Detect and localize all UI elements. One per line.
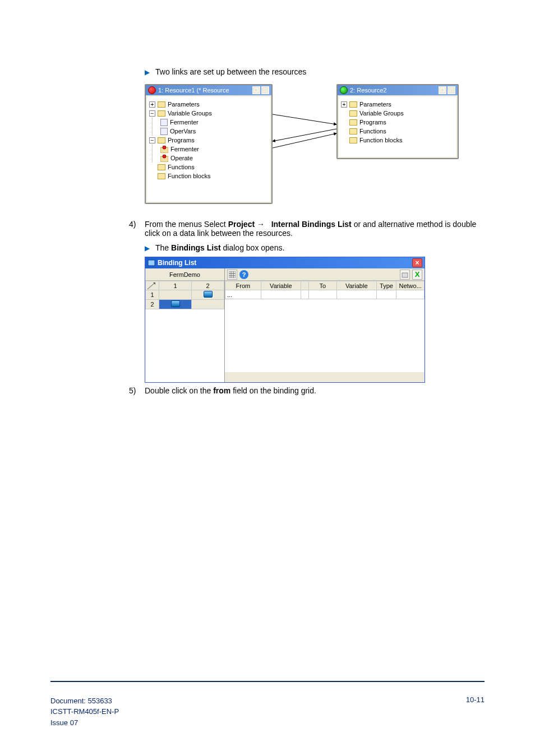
tree-node[interactable]: − Programs (149, 136, 268, 145)
svg-rect-15 (402, 273, 408, 277)
tree-node[interactable]: Programs (341, 118, 454, 127)
variable-to-field[interactable] (336, 290, 376, 299)
network-field[interactable] (396, 290, 425, 299)
tree-node[interactable]: + Parameters (149, 100, 268, 109)
content-column: ▶ Two links are set up between the resou… (129, 67, 477, 395)
grid-cell[interactable] (159, 290, 192, 300)
text-fragment: field on the binding grid. (230, 386, 316, 395)
tree-node[interactable]: Operate (160, 154, 268, 163)
svg-rect-7 (148, 260, 155, 266)
maximize-button[interactable]: □ (261, 86, 269, 94)
node-label: Variable Groups (168, 110, 212, 117)
to-field[interactable] (309, 290, 337, 299)
variable-field[interactable] (261, 290, 301, 299)
text-fragment: Double click on the (145, 386, 213, 395)
step-5: 5) Double click on the from field on the… (129, 386, 477, 395)
col-spacer (301, 281, 308, 290)
window-resource1: 1: Resource1 (* Resource ❐ □ + Parameter… (145, 84, 273, 204)
row-header[interactable]: 1 (146, 290, 159, 300)
col-to[interactable]: To (309, 281, 337, 290)
page-footer: Document: 553633 ICSTT-RM405f-EN-P Issue… (50, 681, 485, 729)
tree-resource2: + Parameters Variable Groups Programs (339, 96, 456, 157)
tree-children: Fermenter OperVars (152, 118, 268, 136)
svg-point-1 (163, 146, 166, 149)
bullet-text: Two links are set up between the resourc… (155, 67, 306, 76)
tree-node[interactable]: − Variable Groups (149, 109, 268, 118)
export-button[interactable]: X (412, 270, 422, 280)
footer-document: Document: 553633 (50, 695, 119, 707)
browse-icon (402, 271, 408, 278)
file-icon (160, 119, 168, 126)
restore-button[interactable]: ❐ (252, 86, 260, 94)
text-fragment: from (213, 386, 230, 395)
maximize-button[interactable]: □ (448, 86, 455, 94)
type-field[interactable] (376, 290, 396, 299)
text-fragment: The (155, 243, 171, 252)
row-header[interactable]: 2 (146, 300, 159, 309)
svg-line-4 (273, 114, 336, 124)
tree-node[interactable]: Functions (341, 127, 454, 136)
window-buttons: ❐ □ (439, 86, 455, 94)
collapse-icon[interactable]: − (149, 137, 155, 143)
tree-node[interactable]: Variable Groups (341, 109, 454, 118)
dialog-body: FermDemo 1 2 (145, 268, 425, 382)
node-label: Parameters (168, 101, 200, 108)
col-variable[interactable]: Variable (261, 281, 301, 290)
grid-cell[interactable] (192, 290, 224, 300)
tree-node[interactable]: Function blocks (149, 171, 268, 180)
titlebar-resource2: 2: Resource2 ❐ □ (338, 85, 458, 95)
browse-button[interactable] (400, 270, 410, 280)
help-button[interactable]: ? (239, 270, 248, 279)
right-toolbar: ? X (225, 268, 425, 281)
collapse-icon[interactable]: − (149, 110, 155, 117)
svg-point-3 (163, 155, 166, 158)
col-variable-to[interactable]: Variable (336, 281, 376, 290)
folder-icon (349, 137, 357, 143)
grid-view-button[interactable] (227, 270, 237, 280)
dialog-icon (147, 259, 155, 267)
menu-project: Project (228, 220, 255, 229)
col-header[interactable]: 2 (192, 281, 224, 290)
folder-icon (158, 101, 165, 108)
col-header[interactable]: 1 (159, 281, 192, 290)
title-text: 1: Resource1 (* Resource (158, 87, 252, 94)
node-label: Function blocks (168, 173, 210, 179)
from-field[interactable]: ... (225, 290, 261, 299)
grid-cell-selected[interactable] (159, 300, 192, 309)
col-type[interactable]: Type (376, 281, 396, 290)
tree-node[interactable]: Functions (149, 163, 268, 171)
expand-icon[interactable]: + (149, 101, 155, 108)
tree-node[interactable]: Function blocks (341, 136, 454, 145)
expand-icon[interactable]: + (341, 101, 347, 108)
grid-cell[interactable] (192, 300, 224, 309)
col-from[interactable]: From (225, 281, 261, 290)
node-label: Operate (170, 155, 193, 161)
binding-list-dialog-image: Binding List × FermDemo (145, 257, 425, 383)
grid-corner[interactable] (146, 281, 159, 290)
footer-divider (50, 681, 485, 682)
footer-issue: Issue 07 (50, 717, 119, 729)
node-label: Programs (359, 119, 386, 126)
col-network[interactable]: Netwo... (396, 281, 425, 290)
app-dot-icon (148, 86, 156, 94)
restore-button[interactable]: ❐ (439, 86, 446, 94)
resource-grid: 1 2 1 2 (145, 281, 224, 382)
step-text: From the menus Select Project → Internal… (145, 220, 477, 238)
close-button[interactable]: × (412, 258, 422, 267)
tree-node[interactable]: Fermenter (160, 118, 268, 127)
arrow-char: → (255, 220, 267, 229)
tree-resource1: + Parameters − Variable Groups Fermenter (147, 96, 270, 202)
text-fragment: dialog box opens. (221, 243, 285, 252)
window-resource2: 2: Resource2 ❐ □ + Parameters (336, 84, 459, 159)
diagonal-icon (147, 282, 155, 289)
dialog-right-panel: ? X From (225, 268, 425, 382)
node-label: Fermenter (170, 119, 199, 126)
tree-node[interactable]: + Parameters (341, 100, 454, 109)
folder-icon (349, 110, 357, 117)
program-icon (160, 155, 168, 162)
tree-node[interactable]: Fermenter (160, 145, 268, 154)
footer-ref: ICSTT-RM405f-EN-P (50, 706, 119, 717)
page: ▶ Two links are set up between the resou… (0, 0, 535, 395)
node-label: Parameters (359, 101, 391, 108)
tree-node[interactable]: OperVars (160, 127, 268, 136)
